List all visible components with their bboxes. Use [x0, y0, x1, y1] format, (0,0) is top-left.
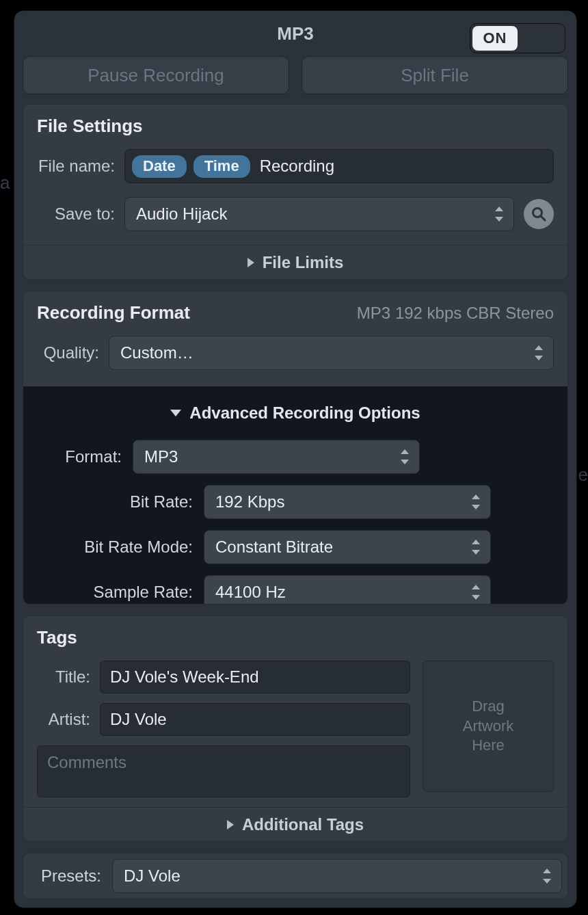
- reveal-in-finder-button[interactable]: [524, 199, 554, 229]
- format-summary: MP3 192 kbps CBR Stereo: [357, 304, 554, 323]
- chevron-right-icon: [248, 258, 254, 267]
- tag-title-value: DJ Vole's Week-End: [110, 667, 259, 687]
- magnifier-icon: [531, 206, 547, 222]
- additional-tags-label: Additional Tags: [242, 815, 364, 834]
- pause-recording-button[interactable]: Pause Recording: [23, 56, 289, 94]
- save-to-value: Audio Hijack: [136, 204, 227, 224]
- save-to-select[interactable]: Audio Hijack: [124, 197, 514, 231]
- tag-artist-label: Artist:: [37, 710, 100, 729]
- comments-placeholder: Comments: [47, 753, 126, 771]
- format-value: MP3: [144, 447, 178, 466]
- file-limits-disclosure[interactable]: File Limits: [23, 245, 567, 279]
- stepper-icon: [533, 344, 545, 362]
- advanced-options-disclosure[interactable]: Advanced Recording Options: [37, 397, 554, 429]
- file-name-label: File name:: [37, 157, 124, 176]
- tag-artist-field[interactable]: DJ Vole: [100, 703, 410, 736]
- svg-line-1: [541, 216, 545, 220]
- bg-letter: a: [0, 172, 10, 194]
- file-name-suffix: Recording: [257, 157, 334, 176]
- bitrate-label: Bit Rate:: [37, 492, 204, 512]
- stepper-icon: [470, 583, 482, 601]
- recording-format-section: Recording Format MP3 192 kbps CBR Stereo…: [23, 291, 568, 605]
- quality-select[interactable]: Custom…: [109, 336, 554, 370]
- artwork-placeholder: Drag Artwork Here: [463, 697, 514, 756]
- presets-bar: Presets: DJ Vole: [23, 853, 568, 899]
- advanced-options-label: Advanced Recording Options: [189, 403, 420, 423]
- bg-letter: e: [578, 464, 588, 486]
- stepper-icon: [541, 867, 553, 885]
- stepper-icon: [399, 448, 411, 466]
- presets-select[interactable]: DJ Vole: [112, 859, 562, 893]
- presets-label: Presets:: [41, 866, 101, 886]
- file-name-chip-date[interactable]: Date: [132, 155, 187, 178]
- format-label: Format:: [37, 447, 133, 466]
- file-settings-section: File Settings File name: Date Time Recor…: [23, 104, 568, 280]
- chevron-down-icon: [170, 410, 181, 416]
- quality-value: Custom…: [120, 343, 193, 362]
- enable-toggle[interactable]: ON: [470, 23, 565, 53]
- tag-title-field[interactable]: DJ Vole's Week-End: [100, 661, 410, 693]
- file-name-chip-time[interactable]: Time: [193, 155, 250, 178]
- section-title: Tags: [37, 627, 554, 648]
- stepper-icon: [493, 205, 505, 223]
- stepper-icon: [470, 538, 482, 556]
- bitrate-value: 192 Kbps: [215, 492, 284, 512]
- sample-rate-value: 44100 Hz: [215, 583, 286, 602]
- bitrate-select[interactable]: 192 Kbps: [204, 485, 491, 519]
- panel-title: MP3: [277, 23, 313, 44]
- file-name-field[interactable]: Date Time Recording: [124, 149, 554, 183]
- file-limits-label: File Limits: [263, 253, 344, 272]
- split-file-button[interactable]: Split File: [302, 56, 568, 94]
- bitrate-mode-select[interactable]: Constant Bitrate: [204, 530, 491, 564]
- tag-artist-value: DJ Vole: [110, 710, 167, 729]
- tags-section: Tags Title: DJ Vole's Week-End Artist: D…: [23, 615, 568, 842]
- stepper-icon: [470, 493, 482, 511]
- sample-rate-label: Sample Rate:: [37, 583, 204, 602]
- save-to-label: Save to:: [37, 204, 124, 224]
- toggle-on-label: ON: [472, 26, 518, 51]
- recorder-block-panel: MP3 ON Pause Recording Split File File S…: [14, 10, 577, 908]
- bitrate-mode-value: Constant Bitrate: [215, 538, 333, 557]
- tag-comments-field[interactable]: Comments: [37, 745, 410, 797]
- additional-tags-disclosure[interactable]: Additional Tags: [23, 807, 567, 841]
- format-select[interactable]: MP3: [133, 440, 420, 474]
- section-title: File Settings: [37, 116, 554, 137]
- section-title: Recording Format: [37, 302, 190, 323]
- bitrate-mode-label: Bit Rate Mode:: [37, 538, 204, 557]
- tag-title-label: Title:: [37, 667, 100, 687]
- artwork-dropzone[interactable]: Drag Artwork Here: [423, 661, 554, 792]
- sample-rate-select[interactable]: 44100 Hz: [204, 575, 491, 605]
- toggle-off-segment: [520, 24, 565, 53]
- presets-value: DJ Vole: [124, 866, 181, 886]
- chevron-right-icon: [227, 820, 234, 830]
- quality-label: Quality:: [37, 343, 109, 362]
